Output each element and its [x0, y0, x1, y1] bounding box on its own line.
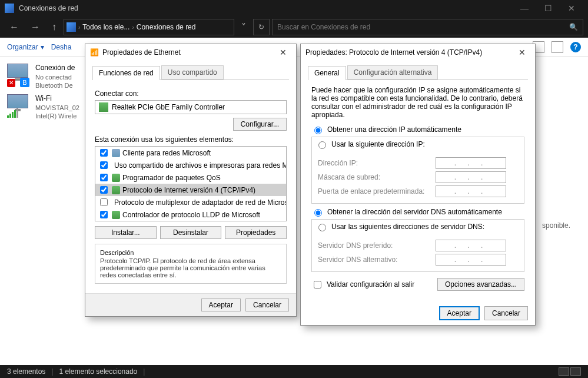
search-icon: 🔍: [569, 23, 578, 31]
radio-input[interactable]: [318, 141, 326, 149]
tab-sharing[interactable]: Uso compartido: [161, 65, 224, 79]
wifi-signal-icon: [7, 108, 18, 118]
nav-forward-button[interactable]: →: [26, 19, 45, 35]
protocol-list-item[interactable]: Protocolo de multiplexor de adaptador de…: [95, 196, 286, 208]
gateway-input[interactable]: . . .: [436, 185, 506, 197]
dns-auto-radio[interactable]: Obtener la dirección del servidor DNS au…: [311, 207, 524, 217]
ip-manual-group: Dirección IP: . . . Máscara de subred: .…: [311, 151, 524, 204]
preview-unavailable-text: sponible.: [542, 221, 570, 230]
network-icon: 📶: [90, 48, 99, 57]
adapter-field: Realtek PCIe GbE Family Controller: [95, 100, 287, 114]
breadcrumb[interactable]: › Todos los ele... › Conexiones de red: [64, 19, 234, 35]
window-title: Conexiones de red: [19, 4, 513, 12]
uninstall-button[interactable]: Desinstalar: [160, 226, 222, 239]
adapter-name: Realtek PCIe GbE Family Controller: [112, 103, 225, 111]
protocol-list-item[interactable]: Protocolo de Internet versión 4 (TCP/IPv…: [95, 184, 286, 196]
validate-checkbox[interactable]: Validar configuración al salir: [311, 279, 414, 290]
dns-pref-input[interactable]: . . .: [436, 240, 506, 251]
dialog-titlebar[interactable]: 📶 Propiedades de Ethernet ✕: [85, 44, 296, 61]
protocol-label: Uso compartido de archivos e impresoras …: [114, 161, 287, 170]
dns-alt-input[interactable]: . . .: [436, 254, 506, 266]
ip-manual-radio[interactable]: Usar la siguiente dirección IP:: [311, 137, 524, 151]
tab-general[interactable]: General: [308, 66, 346, 80]
breadcrumb-dropdown[interactable]: ˅: [237, 19, 251, 35]
protocol-icon: [112, 174, 120, 182]
radio-input[interactable]: [314, 209, 322, 217]
subnet-input[interactable]: . . .: [436, 171, 506, 183]
description-text: Protocolo TCP/IP. El protocolo de red de…: [100, 257, 281, 278]
properties-button[interactable]: Propiedades: [225, 226, 287, 239]
dialog-footer: Aceptar Cancelar: [301, 301, 535, 325]
protocol-list-item[interactable]: Uso compartido de archivos e impresoras …: [95, 159, 286, 171]
protocol-icon: [112, 149, 120, 157]
checkbox-input[interactable]: [100, 161, 108, 169]
connection-name: Wi-Fi: [35, 94, 79, 104]
ip-address-input[interactable]: . . .: [436, 157, 506, 169]
ethernet-properties-dialog: 📶 Propiedades de Ethernet ✕ Funciones de…: [85, 44, 297, 317]
subnet-label: Máscara de subred:: [318, 173, 430, 181]
checkbox-input[interactable]: [100, 186, 108, 194]
breadcrumb-icon: [67, 22, 76, 32]
connection-status: No conectad: [35, 73, 75, 81]
view-large-icon[interactable]: [570, 367, 581, 376]
close-icon[interactable]: ✕: [514, 48, 530, 57]
refresh-button[interactable]: ↻: [253, 19, 270, 35]
organize-button[interactable]: Organizar ▾: [7, 43, 44, 51]
tab-network-functions[interactable]: Funciones de red: [92, 66, 160, 80]
ok-button[interactable]: Aceptar: [439, 306, 480, 320]
close-icon[interactable]: ✕: [275, 48, 291, 57]
checkbox-input[interactable]: [100, 149, 108, 157]
preview-pane-icon[interactable]: [552, 41, 563, 53]
breadcrumb-segment[interactable]: Conexiones de red: [137, 23, 196, 31]
search-input[interactable]: Buscar en Conexiones de red 🔍: [272, 19, 583, 35]
tab-alt-config[interactable]: Configuración alternativa: [347, 65, 438, 79]
checkbox-input[interactable]: [100, 174, 108, 181]
checkbox-input[interactable]: [100, 211, 108, 218]
chevron-right-icon: ›: [78, 24, 80, 31]
protocol-label: Protocolo de multiplexor de adaptador de…: [114, 198, 287, 207]
dns-manual-radio[interactable]: Usar las siguientes direcciones de servi…: [311, 219, 524, 234]
protocol-list-item[interactable]: Cliente para redes Microsoft: [95, 147, 286, 159]
close-button[interactable]: ✕: [560, 4, 583, 13]
connection-icon: ✕ B: [7, 64, 31, 87]
intro-text: Puede hacer que la configuración IP se a…: [311, 86, 524, 119]
install-button[interactable]: Instalar...: [95, 226, 157, 239]
dialog-titlebar[interactable]: Propiedades: Protocolo de Internet versi…: [301, 44, 535, 61]
checkbox-input[interactable]: [100, 198, 108, 206]
chevron-right-icon: ›: [132, 24, 134, 31]
ok-button[interactable]: Aceptar: [201, 299, 241, 311]
disable-button[interactable]: Desha: [51, 43, 72, 51]
radio-input[interactable]: [314, 127, 322, 134]
protocol-list[interactable]: Cliente para redes MicrosoftUso comparti…: [95, 146, 287, 221]
dialog-footer: Aceptar Cancelar: [85, 293, 296, 316]
connect-with-label: Conectar con:: [95, 89, 287, 98]
ip-address-label: Dirección IP:: [318, 159, 430, 167]
connection-status: MOVISTAR_02: [35, 104, 79, 112]
protocol-list-item[interactable]: Protocolo de Internet versión 6 (TCP/IPv…: [95, 221, 286, 221]
view-details-icon[interactable]: [559, 367, 569, 376]
maximize-button[interactable]: ☐: [536, 4, 560, 13]
tab-strip: Funciones de red Uso compartido: [92, 65, 289, 80]
cancel-button[interactable]: Cancelar: [245, 299, 289, 311]
connection-name: Conexión de: [35, 64, 75, 73]
help-icon[interactable]: ?: [570, 42, 581, 52]
dns-pref-label: Servidor DNS preferido:: [318, 241, 430, 250]
protocol-list-item[interactable]: Programador de paquetes QoS: [95, 171, 286, 184]
ip-auto-radio[interactable]: Obtener una dirección IP automáticamente: [311, 125, 524, 134]
app-icon: [5, 4, 14, 13]
advanced-button[interactable]: Opciones avanzadas...: [437, 278, 524, 291]
protocol-icon: [112, 211, 120, 219]
item-count: 3 elementos: [7, 367, 45, 376]
breadcrumb-segment[interactable]: Todos los ele...: [82, 23, 129, 31]
minimize-button[interactable]: —: [513, 4, 536, 13]
connection-icon: [7, 94, 31, 118]
configure-button[interactable]: Configurar...: [233, 118, 287, 131]
nav-up-button[interactable]: ↑: [47, 19, 61, 35]
protocol-list-item[interactable]: Controlador de protocolo LLDP de Microso…: [95, 208, 286, 221]
checkbox-input[interactable]: [314, 281, 321, 289]
cancel-button[interactable]: Cancelar: [484, 306, 528, 320]
radio-input[interactable]: [318, 224, 326, 231]
status-bar: 3 elementos | 1 elemento seleccionado |: [0, 365, 588, 378]
nav-back-button[interactable]: ←: [5, 19, 24, 35]
connection-device: Bluetooth De: [35, 81, 75, 89]
